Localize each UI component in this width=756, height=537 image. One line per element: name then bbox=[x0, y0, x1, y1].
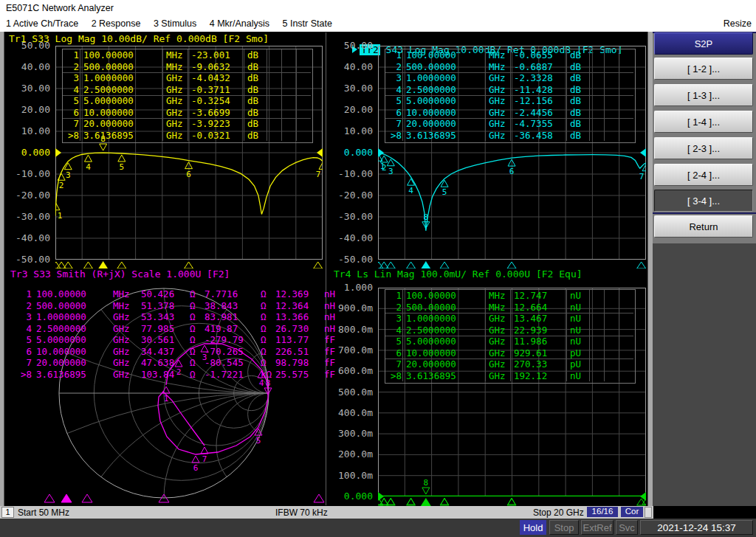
svg-text:3: 3 bbox=[66, 170, 71, 180]
marker-table-row: >83.6136895GHz103.84Ω-1.7221kΩ25.575fF bbox=[15, 369, 354, 381]
y-axis-label: 20.00 bbox=[327, 104, 373, 115]
marker-table-row: 2500.00000MHz51.378Ω38.843Ω12.364nH bbox=[15, 300, 354, 312]
y-axis-label: 30.00 bbox=[327, 83, 373, 94]
y-axis-label: 10.00 bbox=[4, 125, 50, 136]
svg-text:1: 1 bbox=[164, 394, 169, 403]
y-axis-label: 200.0m bbox=[327, 448, 373, 460]
resize-button[interactable]: Resize bbox=[724, 16, 752, 32]
stimulus-marker-icon bbox=[82, 494, 92, 502]
tr3-marker-table: 1100.00000MHz50.426Ω7.7716Ω12.369nH2500.… bbox=[15, 288, 354, 380]
y-axis-label: 50.00 bbox=[327, 40, 373, 51]
marker-symbol-1[interactable]: 1 bbox=[162, 387, 170, 403]
channel-number: 1 bbox=[1, 507, 14, 518]
svg-text:7: 7 bbox=[639, 172, 645, 181]
menu-item-response[interactable]: 2 Response bbox=[86, 16, 146, 32]
y-axis-label: 40.00 bbox=[327, 61, 373, 72]
pane-divider bbox=[326, 32, 326, 505]
stimulus-marker-icon bbox=[159, 494, 169, 502]
marker-symbol-3[interactable]: 3 bbox=[387, 159, 394, 176]
svg-text:5: 5 bbox=[256, 436, 261, 446]
softkey-3-4-active[interactable]: [ 3-4 ]... bbox=[654, 190, 753, 212]
menu-item-instr-state[interactable]: 5 Instr State bbox=[277, 16, 337, 32]
marker-table-row: 42.5000000GHz77.985Ω419.87Ω26.730nH bbox=[15, 323, 354, 335]
marker-symbol-8[interactable]: 8 bbox=[422, 478, 430, 494]
y-axis-label: 0.000 bbox=[4, 147, 50, 158]
ifbw-value: IFBW 70 kHz bbox=[275, 507, 328, 518]
softkey-group-separator bbox=[653, 212, 756, 214]
svg-text:7: 7 bbox=[202, 454, 207, 464]
svg-text:6: 6 bbox=[186, 170, 191, 179]
tr4-title: Tr4 Ls Lin Mag 100.0mU/ Ref 0.000U [F2 E… bbox=[334, 268, 583, 280]
stimulus-marker-icon bbox=[61, 494, 72, 502]
stimulus-marker-icon bbox=[185, 262, 193, 268]
y-axis-label: -50.00 bbox=[327, 254, 373, 265]
y-axis-label: -10.00 bbox=[4, 168, 50, 179]
softkey-title-s2p[interactable]: S2P bbox=[654, 32, 753, 55]
menu-item-active-ch-trace[interactable]: 1 Active Ch/Trace bbox=[0, 16, 83, 32]
y-axis-label: 300.0m bbox=[327, 428, 373, 439]
marker-table-row: 720.000000GHz47.638Ω-80.545Ω98.798fF bbox=[15, 357, 354, 369]
marker-symbol-2[interactable]: 2 bbox=[380, 156, 388, 173]
left-window-edge bbox=[0, 32, 4, 506]
softkey-2-4[interactable]: [ 2-4 ]... bbox=[654, 164, 753, 186]
marker-symbol-6[interactable]: 6 bbox=[192, 456, 199, 473]
y-axis-label: 100.0m bbox=[327, 470, 373, 481]
svg-text:5: 5 bbox=[442, 187, 447, 197]
tr4-marker-table: 1100.00000MHz12.747nU2500.00000MHz12.664… bbox=[385, 289, 636, 384]
active-stimulus-marker-icon bbox=[98, 261, 109, 268]
ref-level-pointer-left bbox=[378, 148, 384, 157]
start-frequency: Start 50 MHz bbox=[18, 507, 69, 518]
marker-symbol-5[interactable]: 5 bbox=[255, 429, 262, 446]
softkey-return[interactable]: Return bbox=[654, 215, 753, 238]
softkey-1-2[interactable]: [ 1-2 ]... bbox=[654, 58, 753, 80]
menu-item-mkr-analysis[interactable]: 4 Mkr/Analysis bbox=[205, 16, 275, 32]
stimulus-marker-icon bbox=[314, 262, 323, 268]
active-stimulus-marker-icon bbox=[421, 261, 431, 268]
y-axis-label: 40.00 bbox=[4, 61, 50, 72]
softkey-2-3[interactable]: [ 2-3 ]... bbox=[654, 137, 753, 159]
y-axis-label: 700.0m bbox=[327, 344, 373, 356]
marker-symbol-1[interactable]: 1 bbox=[55, 204, 62, 221]
svg-text:6: 6 bbox=[193, 463, 199, 473]
stop-indicator: Stop bbox=[549, 520, 579, 535]
datetime-display: 2021-12-24 15:37 bbox=[640, 520, 753, 535]
svc-indicator: Svc bbox=[616, 520, 638, 535]
y-axis-label: -20.00 bbox=[4, 190, 50, 201]
stimulus-marker-icon bbox=[83, 262, 92, 268]
svg-text:8: 8 bbox=[424, 478, 429, 488]
marker-symbol-7[interactable]: 7 bbox=[316, 162, 323, 179]
menu-bar: 1 Active Ch/Trace 2 Response 3 Stimulus … bbox=[0, 16, 756, 32]
stop-frequency: Stop 20 GHz bbox=[533, 507, 584, 518]
svg-text:2: 2 bbox=[59, 181, 64, 190]
stimulus-marker-icon bbox=[507, 262, 516, 268]
tr2-marker-table: 1100.00000MHz-0.0655dB2500.00000MHz-0.68… bbox=[385, 49, 636, 143]
y-axis-label: 1.000 bbox=[327, 282, 373, 293]
marker-symbol-7[interactable]: 7 bbox=[201, 447, 208, 464]
stimulus-marker-icon bbox=[117, 262, 126, 268]
y-axis-label: -20.00 bbox=[327, 190, 373, 201]
stimulus-marker-icon bbox=[637, 262, 646, 268]
marker-symbol-7[interactable]: 7 bbox=[639, 164, 646, 181]
marker-symbol-2[interactable]: 2 bbox=[58, 173, 65, 190]
y-axis-label: 0.000 bbox=[327, 491, 373, 502]
marker-symbol-4[interactable]: 4 bbox=[84, 155, 92, 172]
y-axis-label: -40.00 bbox=[327, 232, 373, 243]
tr1-marker-table: 1100.00000MHz-23.001dB2500.00000MHz-9.06… bbox=[62, 49, 313, 143]
svg-text:3: 3 bbox=[388, 167, 394, 176]
marker-symbol-5[interactable]: 5 bbox=[441, 180, 448, 197]
y-axis-label: 400.0m bbox=[327, 407, 373, 418]
menu-item-stimulus[interactable]: 3 Stimulus bbox=[148, 16, 202, 32]
channel-bar-spacer bbox=[645, 507, 652, 518]
svg-text:8: 8 bbox=[424, 212, 429, 222]
ref-level-pointer-right bbox=[317, 148, 323, 157]
marker-symbol-5[interactable]: 5 bbox=[118, 155, 126, 172]
window-titlebar: E5071C Network Analyzer bbox=[0, 0, 756, 16]
softkey-1-3[interactable]: [ 1-3 ]... bbox=[654, 84, 753, 106]
extref-indicator: ExtRef bbox=[581, 520, 614, 535]
svg-text:5: 5 bbox=[120, 162, 125, 172]
stimulus-marker-icon bbox=[44, 494, 55, 502]
sweep-count-badge: 16/16 bbox=[587, 507, 618, 517]
y-axis-label: -10.00 bbox=[327, 168, 373, 179]
softkey-1-4[interactable]: [ 1-4 ]... bbox=[654, 111, 753, 133]
window-title: E5071C Network Analyzer bbox=[6, 3, 114, 13]
